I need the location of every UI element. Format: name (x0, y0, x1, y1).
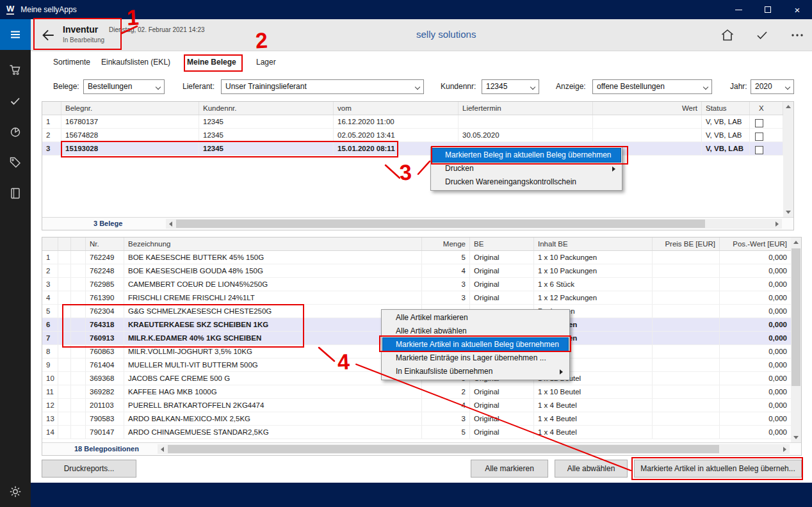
scroll-right-button[interactable] (772, 219, 782, 229)
positionen-footer: 18 Belegpositionen (42, 442, 801, 455)
col-x[interactable]: X (750, 102, 783, 115)
more-button[interactable] (790, 28, 806, 43)
scroll-down-button[interactable] (783, 207, 793, 217)
col-kundennr[interactable]: Kundennr. (199, 102, 334, 115)
lieferant-dropdown[interactable]: Unser Trainingslieferant (221, 79, 424, 94)
col-bezeichnung[interactable]: Bezeichnung (124, 237, 422, 250)
bottom-bar (31, 483, 812, 507)
lieferant-label: Lieferant: (183, 82, 215, 91)
menu-item-label: In Einkaufsliste übernehmen (396, 367, 492, 376)
close-button[interactable]: × (783, 0, 812, 19)
scroll-left-button[interactable] (158, 444, 167, 454)
position-row[interactable]: 2762248BOE KAESESCHEIB GOUDA 48% 150G4Or… (42, 264, 801, 278)
menu-item-beleg-uebernehmen[interactable]: Markierten Beleg in aktuellen Beleg über… (432, 149, 621, 162)
jahr-dropdown[interactable]: 2020 (751, 79, 794, 94)
position-row[interactable]: 12201103PUERELL BRATKARTOFFELN 2KG44744O… (42, 399, 801, 412)
col-wert[interactable]: Wert (593, 102, 702, 115)
scrollbar-thumb[interactable] (176, 220, 705, 228)
scrollbar-thumb[interactable] (168, 445, 719, 453)
menu-item-alle-abwaehlen[interactable]: Alle Artikel abwählen (383, 325, 568, 338)
position-row[interactable]: 1762249BOE KAESESCHE BUTTERK 45% 150G5Or… (42, 251, 801, 264)
col-status[interactable]: Status (702, 102, 750, 115)
menu-item-einkaufsliste[interactable]: In Einkaufsliste übernehmen (383, 365, 568, 378)
page-subtitle: In Bearbeitung (63, 36, 104, 44)
col-menge[interactable]: Menge (422, 237, 470, 250)
scroll-down-button[interactable] (791, 433, 800, 442)
uebernehmen-button[interactable]: Markierte Artikel in aktuellen Beleg übe… (634, 460, 802, 478)
tab-lager[interactable]: Lager (256, 51, 276, 73)
tab-sortimente[interactable]: Sortimente (53, 51, 90, 73)
window-controls: × (724, 0, 812, 19)
positionen-count: 18 Belegpositionen (74, 445, 139, 453)
sidebar-item-prices[interactable] (0, 147, 31, 178)
chevron-down-icon (785, 84, 790, 90)
col-be[interactable]: BE (470, 237, 534, 250)
kundennr-dropdown[interactable]: 12345 (482, 79, 539, 94)
anzeige-dropdown[interactable]: offene Bestellungen (592, 79, 712, 94)
sidebar-item-settings[interactable] (0, 476, 31, 507)
scrollbar-thumb[interactable] (792, 248, 800, 386)
filter-bar: Belege: Bestellungen Lieferant: Unser Tr… (31, 73, 812, 101)
tab-einkaufslisten[interactable]: Einkaufslisten (EKL) (101, 51, 170, 73)
positionen-table-header: Nr. Bezeichnung Menge BE Inhalt BE Preis… (42, 237, 801, 251)
scroll-up-button[interactable] (783, 102, 793, 111)
col-nr[interactable]: Nr. (86, 237, 124, 250)
lieferant-value: Unser Trainingslieferant (225, 82, 307, 91)
positionen-vertical-scrollbar[interactable] (791, 237, 801, 442)
positionen-horizontal-scrollbar[interactable] (158, 444, 790, 454)
scroll-right-button[interactable] (780, 444, 790, 454)
col-inhalt-be[interactable]: Inhalt BE (534, 237, 653, 250)
back-button[interactable] (38, 27, 58, 45)
sidebar-item-journal[interactable] (0, 178, 31, 209)
belege-label: Belege: (53, 82, 79, 91)
menu-item-alle-markieren[interactable]: Alle Artikel markieren (383, 311, 568, 325)
beleg-row-selected[interactable]: 3 15193028 12345 15.01.2020 08:11 V, VB,… (42, 142, 793, 156)
sidebar-item-tasks[interactable] (0, 86, 31, 117)
maximize-button[interactable] (753, 0, 783, 19)
position-row[interactable]: 14790147ARDO CHINAGEMUESE STANDAR2,5KG5O… (42, 426, 801, 439)
belege-horizontal-scrollbar[interactable] (166, 219, 782, 229)
window-title: Meine sellyApps (20, 5, 76, 14)
checkmark-icon (754, 28, 770, 43)
alle-abwaehlen-button[interactable]: Alle abwählen (555, 460, 628, 478)
brand-text: selly solutions (416, 29, 476, 40)
scroll-left-button[interactable] (166, 219, 175, 229)
belege-count: 3 Belege (93, 220, 122, 227)
menu-item-lager-uebernehmen[interactable]: Markierte Einträge ins Lager übernehmen … (383, 351, 568, 365)
col-belegnr[interactable]: Belegnr. (61, 102, 199, 115)
menu-item-drucken-wareneingang[interactable]: Drucken Wareneingangskontrollschein (432, 175, 621, 189)
col-liefertermin[interactable]: Liefertermin (459, 102, 593, 115)
position-row[interactable]: 11369282KAFFEE HAG MKB 1000G2Original1 x… (42, 385, 801, 399)
druckreports-button[interactable]: Druckreports... (42, 460, 136, 478)
scroll-up-button[interactable] (791, 237, 800, 247)
belege-dropdown[interactable]: Bestellungen (83, 79, 165, 94)
col-vom[interactable]: vom (334, 102, 459, 115)
pie-chart-icon (9, 125, 22, 138)
sidebar-item-cart[interactable] (0, 55, 31, 86)
minimize-button[interactable] (724, 0, 753, 19)
position-row[interactable]: 4761390FRISCHLI CREME FRISCHLI 24%1LT3Or… (42, 291, 801, 305)
position-row[interactable]: 3762985CAMEMBERT COEUR DE LION45%250G3Or… (42, 278, 801, 291)
row-checkbox[interactable] (755, 119, 763, 127)
check-icon (9, 95, 22, 108)
col-pos-wert[interactable]: Pos.-Wert [EUR] (720, 237, 792, 250)
page-title: Inventur (63, 24, 98, 35)
chevron-down-icon (156, 84, 161, 90)
menu-item-drucken[interactable]: Drucken (432, 162, 621, 175)
col-preis-be[interactable]: Preis BE [EUR] (653, 237, 720, 250)
sidebar-menu-button[interactable] (0, 19, 31, 50)
belege-vertical-scrollbar[interactable] (783, 102, 793, 217)
beleg-row[interactable]: 1 16780137 12345 16.12.2020 11:00 V, VB,… (42, 115, 793, 129)
tab-meine-belege[interactable]: Meine Belege (187, 51, 236, 73)
row-checkbox[interactable] (755, 146, 763, 154)
position-row[interactable]: 13790583ARDO BALKAN-MEXICO-MIX 2,5KG3Ori… (42, 412, 801, 426)
menu-item-artikel-uebernehmen[interactable]: Markierte Artikel in aktuellen Beleg übe… (383, 338, 568, 351)
home-button[interactable] (720, 28, 736, 43)
beleg-row[interactable]: 2 15674828 12345 02.05.2020 13:41 30.05.… (42, 129, 793, 142)
jahr-value: 2020 (755, 82, 772, 91)
confirm-button[interactable] (754, 28, 771, 43)
home-icon (720, 28, 735, 43)
row-checkbox[interactable] (755, 133, 763, 141)
alle-markieren-button[interactable]: Alle markieren (471, 460, 548, 478)
sidebar-item-statistics[interactable] (0, 117, 31, 147)
